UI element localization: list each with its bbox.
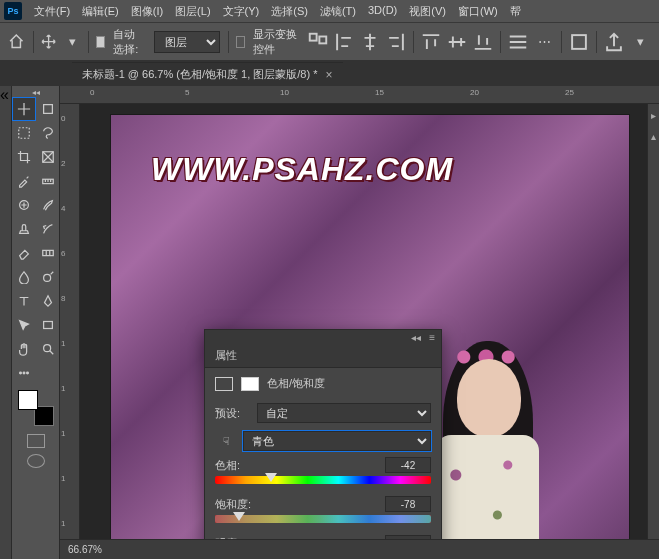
transform-checkbox[interactable] (236, 36, 245, 48)
menu-bar: Ps 文件(F)编辑(E)图像(I)图层(L)文字(Y)选择(S)滤镜(T)3D… (0, 0, 659, 22)
spacer[interactable] (37, 362, 59, 384)
mask-icon[interactable] (241, 377, 259, 391)
saturation-label: 饱和度: (215, 497, 251, 512)
eraser-tool[interactable] (13, 242, 35, 264)
menu-item[interactable]: 文字(Y) (217, 4, 266, 19)
align-icon-5[interactable] (420, 31, 442, 53)
path-select-tool[interactable] (13, 314, 35, 336)
document-tab[interactable]: 未标题-1 @ 66.7% (色相/饱和度 1, 图层蒙版/8) * × (72, 62, 343, 86)
align-icon-3[interactable] (359, 31, 381, 53)
zoom-level[interactable]: 66.67% (68, 544, 102, 555)
menu-item[interactable]: 文件(F) (28, 4, 76, 19)
crop-tool[interactable] (13, 146, 35, 168)
zoom-tool[interactable] (37, 338, 59, 360)
panel-collapse-icon[interactable]: ◂◂ (411, 332, 421, 343)
hue-input[interactable] (385, 457, 431, 473)
share-icon[interactable] (603, 31, 625, 53)
align-icon-7[interactable] (472, 31, 494, 53)
ruler-tool[interactable] (37, 170, 59, 192)
edit-toolbar[interactable] (13, 362, 35, 384)
menu-item[interactable]: 滤镜(T) (314, 4, 362, 19)
rect-marquee-tool[interactable] (13, 122, 35, 144)
close-tab-icon[interactable]: × (326, 68, 333, 82)
3d-mode-icon[interactable] (568, 31, 590, 53)
right-panel-strip[interactable]: ▸▴ (647, 104, 659, 539)
hand-tool[interactable] (13, 338, 35, 360)
move-tool[interactable] (13, 98, 35, 120)
menu-item[interactable]: 编辑(E) (76, 4, 125, 19)
screen-mode-button[interactable] (27, 434, 45, 448)
adjustment-icon[interactable] (215, 377, 233, 391)
move-tool-icon[interactable] (41, 31, 56, 53)
preset-label: 预设: (215, 406, 251, 421)
canvas[interactable]: WWW.PSAHZ.COM ◂◂≡ 属性 色相/饱和度 (80, 104, 647, 539)
color-swatches[interactable] (18, 390, 54, 426)
dodge-tool[interactable] (37, 266, 59, 288)
type-tool[interactable] (13, 290, 35, 312)
watermark-text: WWW.PSAHZ.COM (151, 151, 453, 188)
autoselect-target[interactable]: 图层 (154, 31, 220, 53)
svg-rect-8 (42, 250, 53, 255)
align-icon-1[interactable] (307, 31, 329, 53)
saturation-input[interactable] (385, 496, 431, 512)
svg-rect-4 (18, 128, 29, 139)
vertical-ruler: 0246811111 (60, 104, 80, 539)
saturation-slider[interactable] (215, 515, 431, 523)
collapse-handle[interactable]: ◂◂ (14, 88, 58, 98)
dropdown-icon[interactable]: ▾ (64, 31, 79, 53)
foreground-color[interactable] (18, 390, 38, 410)
left-collapse-strip[interactable]: « (0, 86, 12, 559)
menu-item[interactable]: 窗口(W) (452, 4, 504, 19)
adjustment-name: 色相/饱和度 (267, 376, 325, 391)
menu-item[interactable]: 视图(V) (403, 4, 452, 19)
hue-label: 色相: (215, 458, 240, 473)
options-bar: ▾ 自动选择: 图层 显示变换控件 ⋯ ▾ (0, 22, 659, 60)
lasso-tool[interactable] (37, 122, 59, 144)
spot-heal-tool[interactable] (13, 194, 35, 216)
lightness-label: 明度: (215, 536, 240, 540)
pen-tool[interactable] (37, 290, 59, 312)
autoselect-checkbox[interactable] (96, 36, 105, 48)
transform-label: 显示变换控件 (253, 27, 299, 57)
blur-tool[interactable] (13, 266, 35, 288)
search-icon[interactable]: ▾ (629, 31, 651, 53)
svg-point-14 (26, 372, 28, 374)
menu-item[interactable]: 3D(D) (362, 4, 403, 19)
eyedropper-tool[interactable] (13, 170, 35, 192)
svg-rect-10 (43, 322, 52, 329)
align-icon-2[interactable] (333, 31, 355, 53)
distribute-icon[interactable] (507, 31, 529, 53)
svg-point-12 (19, 372, 21, 374)
align-icon-6[interactable] (446, 31, 468, 53)
hue-slider[interactable] (215, 476, 431, 484)
clone-stamp-tool[interactable] (13, 218, 35, 240)
svg-rect-0 (310, 33, 317, 40)
app-logo: Ps (4, 2, 22, 20)
rectangle-tool[interactable] (37, 314, 59, 336)
menu-item[interactable]: 选择(S) (265, 4, 314, 19)
svg-point-9 (43, 274, 50, 281)
panel-menu-icon[interactable]: ≡ (429, 332, 435, 343)
svg-point-11 (43, 345, 50, 352)
lightness-input[interactable] (385, 535, 431, 539)
history-brush-tool[interactable] (37, 218, 59, 240)
quick-mask-button[interactable] (27, 454, 45, 468)
properties-panel: ◂◂≡ 属性 色相/饱和度 预设: 自定 ☟ 青色 (204, 329, 442, 539)
home-button[interactable] (8, 30, 25, 54)
gradient-tool[interactable] (37, 242, 59, 264)
preset-select[interactable]: 自定 (257, 403, 431, 423)
svg-point-13 (23, 372, 25, 374)
artboard-tool[interactable] (37, 98, 59, 120)
autoselect-label: 自动选择: (113, 27, 146, 57)
frame-tool[interactable] (37, 146, 59, 168)
align-icon-4[interactable] (385, 31, 407, 53)
tab-title: 未标题-1 @ 66.7% (色相/饱和度 1, 图层蒙版/8) * (82, 67, 318, 82)
finger-icon[interactable]: ☟ (215, 435, 237, 448)
channel-select[interactable]: 青色 (243, 431, 431, 451)
menu-item[interactable]: 帮 (504, 4, 527, 19)
brush-tool[interactable] (37, 194, 59, 216)
menu-item[interactable]: 图像(I) (125, 4, 169, 19)
horizontal-ruler: 0510152025 (60, 86, 659, 104)
more-icon[interactable]: ⋯ (533, 31, 555, 53)
menu-item[interactable]: 图层(L) (169, 4, 216, 19)
